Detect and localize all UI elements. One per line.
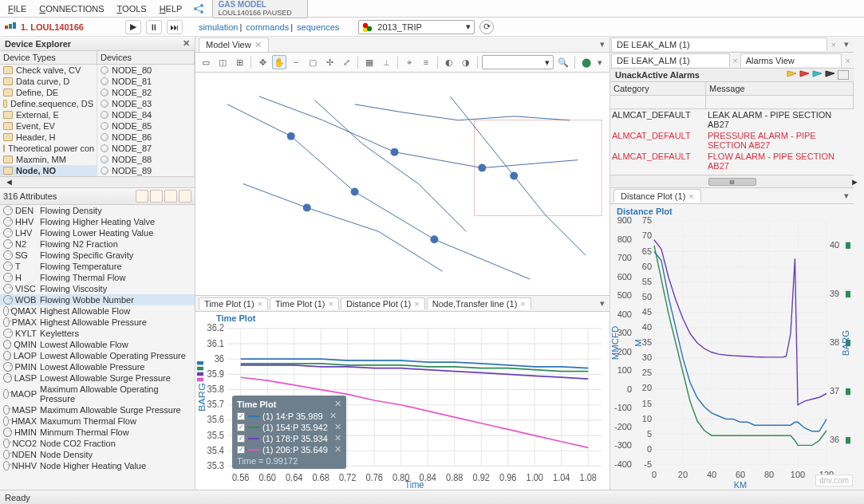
attribute-row[interactable]: N2Flowing N2 Fraction	[0, 238, 195, 250]
toggle-a-icon[interactable]: ◐	[442, 55, 456, 69]
tab-model-view[interactable]: Model View ✕	[199, 37, 269, 52]
fit-icon[interactable]: ⤢	[339, 55, 353, 69]
attribute-row[interactable]: VISCFlowing Viscosity	[0, 283, 195, 294]
time-plot-legend[interactable]: Time Plot ✕ ✓(1) 14:P 35.989✕✓(1) 154:P …	[232, 396, 346, 469]
attribute-row[interactable]: LAOPLowest Allowable Operating Pressure	[0, 350, 195, 361]
menu-help[interactable]: HELP	[156, 2, 186, 15]
chevron-down-icon[interactable]: ▾	[463, 22, 474, 32]
attribute-row[interactable]: NDENNode Density	[0, 449, 195, 460]
attribute-row[interactable]: QMINLowest Allowable Flow	[0, 339, 195, 350]
attribute-row[interactable]: TFlowing Temperature	[0, 261, 195, 272]
alarm-row[interactable]: ALMCAT_DEFAULTFLOW ALARM - PIPE SECTION …	[610, 151, 854, 171]
checkbox-icon[interactable]: ✓	[237, 423, 245, 431]
grid-icon[interactable]: ⊞	[232, 55, 247, 69]
attribute-row[interactable]: NHHVNode Higher Heating Value	[0, 460, 195, 471]
attr-target-icon[interactable]	[179, 190, 191, 203]
flag-red-icon[interactable]	[799, 70, 811, 80]
device-type-row[interactable]: Event, EV	[0, 120, 97, 132]
alarm-hscroll[interactable]: ◄ III ►	[610, 175, 854, 187]
menu-connections[interactable]: CONNECTIONS	[36, 2, 107, 15]
mv-combo[interactable]: ▾	[482, 55, 554, 69]
col-devices[interactable]: Devices	[97, 51, 195, 64]
attribute-row[interactable]: LASPLowest Allowable Surge Pressure	[0, 372, 195, 384]
attribute-row[interactable]: DENFlowing Density	[0, 205, 195, 216]
tab-distance-plot-right[interactable]: Distance Plot (1) ×	[613, 189, 701, 203]
device-type-row[interactable]: Theoretical power con	[0, 143, 97, 154]
distance-plot[interactable]: 020406080100120-400-300-200-100010020030…	[610, 216, 854, 490]
align-icon[interactable]: ≡	[419, 55, 433, 69]
chevron-down-icon[interactable]: ▾	[839, 191, 854, 201]
chevron-down-icon[interactable]: ▾	[596, 57, 604, 68]
model-canvas[interactable]	[195, 73, 610, 296]
select-icon[interactable]: ✥	[255, 55, 270, 69]
close-icon[interactable]: ✕	[183, 38, 190, 49]
model-badge[interactable]: GAS MODEL LOUL140166 PAUSED	[212, 0, 308, 18]
flag-dark-icon[interactable]	[825, 70, 836, 80]
hscroll[interactable]	[0, 176, 195, 187]
move-icon[interactable]: ✢	[322, 55, 337, 69]
time-plot[interactable]: Time Plot 35.335.435.535.635.735.835.936…	[195, 312, 610, 490]
attribute-row[interactable]: QMAXHighest Allowable Flow	[0, 305, 195, 317]
checkbox-icon[interactable]: ✓	[237, 435, 245, 443]
tab-de-leak-2[interactable]: DE LEAK_ALM (1)	[611, 53, 730, 67]
device-row[interactable]: NODE_81	[97, 76, 194, 87]
close-icon[interactable]: ✕	[334, 444, 341, 455]
link-sequences[interactable]: sequences	[297, 22, 339, 32]
window-icon[interactable]: ◫	[215, 55, 230, 69]
tab-de-leak[interactable]: DE LEAK_ALM (1)	[611, 37, 827, 51]
device-type-row[interactable]: External, E	[0, 109, 97, 120]
attr-clock-icon[interactable]	[164, 190, 177, 203]
step-icon[interactable]: ⏭	[167, 20, 183, 34]
alarms-export-icon[interactable]	[838, 70, 849, 80]
toggle-b-icon[interactable]: ◑	[459, 55, 473, 69]
device-type-list[interactable]: Check valve, CVData curve, DDefine, DEDe…	[0, 65, 97, 176]
attribute-row[interactable]: NCO2Node CO2 Fraction	[0, 438, 195, 449]
attribute-row[interactable]: KYLTKeyletters	[0, 328, 195, 339]
device-row[interactable]: NODE_80	[97, 65, 194, 76]
tab-time-plot-1[interactable]: Time Plot (1)×	[199, 297, 268, 309]
menu-tools[interactable]: TOOLS	[114, 2, 150, 15]
device-type-row[interactable]: Node, NO	[0, 165, 97, 176]
box-icon[interactable]: ▢	[306, 55, 320, 69]
checkbox-icon[interactable]: ✓	[237, 412, 245, 420]
flag-yellow-icon[interactable]	[787, 70, 798, 80]
flag-teal-icon[interactable]	[812, 70, 823, 80]
pan-icon[interactable]: ✋	[272, 55, 286, 69]
device-list[interactable]: NODE_80NODE_81NODE_82NODE_83NODE_84NODE_…	[97, 65, 195, 176]
attribute-row[interactable]: HMAXMaxumum Thermal Flow	[0, 415, 195, 427]
close-icon[interactable]: ✕	[334, 399, 341, 409]
attributes-list[interactable]: DENFlowing DensityHHVFlowing Higher Heat…	[0, 205, 195, 490]
menu-file[interactable]: FILE	[5, 2, 30, 15]
run-icon[interactable]: ▶	[125, 20, 141, 34]
screen-icon[interactable]: ▭	[199, 55, 213, 69]
close-icon[interactable]: ✕	[334, 433, 341, 443]
scenario-input[interactable]	[375, 22, 463, 33]
layers-icon[interactable]: ▦	[362, 55, 377, 69]
palette-icon[interactable]: ⬤	[579, 55, 594, 69]
device-row[interactable]: NODE_88	[97, 154, 194, 165]
attribute-row[interactable]: MASPMaximum Allowable Surge Pressure	[0, 404, 195, 415]
tab-node-transfer[interactable]: Node,Transfer line (1)×	[427, 297, 531, 309]
attribute-row[interactable]: PMINLowest Allowable Pressure	[0, 361, 195, 372]
alarm-row[interactable]: ALMCAT_DEFAULTPRESSURE ALARM - PIPE SECT…	[610, 130, 854, 151]
close-icon[interactable]: ×	[842, 56, 854, 65]
device-type-row[interactable]: Check valve, CV	[0, 65, 97, 76]
scenario-combo[interactable]: ▾	[358, 20, 475, 34]
device-row[interactable]: NODE_86	[97, 132, 194, 143]
close-icon[interactable]: ×	[520, 299, 525, 309]
device-row[interactable]: NODE_89	[97, 165, 194, 176]
device-type-row[interactable]: Define.sequence, DS	[0, 98, 97, 109]
close-icon[interactable]: ✕	[334, 422, 341, 432]
tab-distance-plot[interactable]: Distance Plot (1)×	[341, 297, 425, 309]
pause-icon[interactable]: ⏸	[146, 20, 162, 34]
link-simulation[interactable]: simulation	[199, 22, 239, 32]
search-icon[interactable]: 🔍	[556, 55, 570, 69]
close-icon[interactable]: ✕	[254, 40, 262, 50]
alarm-row[interactable]: ALMCAT_DEFAULTLEAK ALARM - PIPE SECTION …	[610, 109, 854, 130]
close-icon[interactable]: ×	[329, 299, 333, 309]
device-row[interactable]: NODE_84	[97, 109, 194, 120]
close-icon[interactable]: ✕	[329, 411, 337, 421]
attribute-row[interactable]: SGFlowing Specific Gravity	[0, 250, 195, 261]
attribute-row[interactable]: PMAXHighest Allowable Pressure	[0, 317, 195, 328]
device-type-row[interactable]: Header, H	[0, 132, 97, 143]
